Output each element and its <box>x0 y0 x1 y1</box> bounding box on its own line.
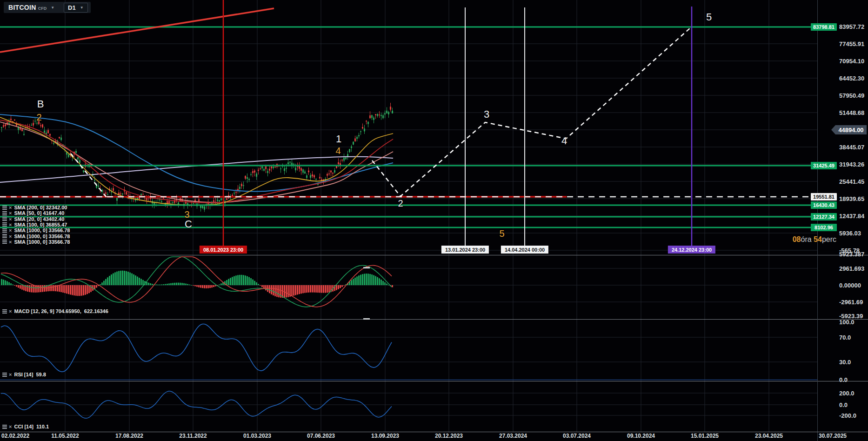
indicator-settings-icon[interactable] <box>2 222 7 227</box>
wave-label[interactable]: 3 <box>484 108 489 120</box>
indicator-legend-row: ×SMA [1000, 0] 33566.78 <box>2 227 70 233</box>
horizontal-levels[interactable] <box>0 27 817 227</box>
vline-date-label[interactable]: 24.12.2024 23:00 <box>668 246 715 254</box>
price-axis-tick[interactable]: 5936.03 <box>839 230 861 237</box>
price-axis-tick[interactable]: 70954.10 <box>839 58 864 65</box>
wave-label[interactable]: 2 <box>398 198 403 209</box>
price-axis-tick[interactable]: 83957.72 <box>839 23 864 30</box>
time-axis-tick[interactable]: 13.09.2023 <box>371 433 399 439</box>
indicator-settings-icon[interactable] <box>2 206 7 210</box>
time-axis-tick[interactable]: 09.10.2024 <box>627 433 655 439</box>
macd-axis-tick[interactable]: 0.00000 <box>839 282 861 289</box>
indicator-settings-icon[interactable] <box>2 240 7 244</box>
price-axis-tick[interactable]: 64452.30 <box>839 75 864 82</box>
chevron-down-icon: ▼ <box>51 6 54 10</box>
indicator-remove-icon[interactable]: × <box>9 240 12 244</box>
indicator-settings-icon[interactable] <box>2 217 7 221</box>
price-axis-tick[interactable]: 77455.91 <box>839 40 864 47</box>
indicator-legend-row: ×MACD [12, 26, 9] 704.65950, 622.16346 <box>2 308 108 314</box>
level-price-label[interactable]: 8102.96 <box>811 224 837 231</box>
vline-date-label[interactable]: 08.01.2023 23:00 <box>200 246 247 254</box>
price-axis-tick[interactable]: 57950.49 <box>839 92 864 99</box>
indicator-remove-icon[interactable]: × <box>9 234 12 239</box>
time-axis-tick[interactable]: 20.12.2023 <box>435 433 463 439</box>
cci-axis-tick[interactable]: -200.0 <box>839 412 856 419</box>
cci-axis-tick[interactable]: 200.0 <box>839 390 855 397</box>
indicator-remove-icon[interactable]: × <box>9 228 12 233</box>
chevron-down-icon: ▼ <box>80 6 84 10</box>
price-axis-tick[interactable]: 31943.26 <box>839 161 864 168</box>
wave-label[interactable]: 2 <box>36 112 41 123</box>
indicator-settings-icon[interactable] <box>2 211 7 215</box>
time-axis-tick[interactable]: 07.06.2023 <box>307 433 335 439</box>
macd-series <box>1 257 393 307</box>
current-price-value: 44894.00 <box>838 127 863 134</box>
indicator-legend-row: ×SMA [1000, 0] 33566.78 <box>2 239 70 245</box>
trend-line[interactable] <box>0 8 274 52</box>
indicator-remove-icon[interactable]: × <box>9 222 12 227</box>
indicator-remove-icon[interactable]: × <box>9 205 12 210</box>
timeframe-label: D1 <box>68 4 76 11</box>
rsi-axis-tick[interactable]: 70.0 <box>839 334 851 341</box>
indicator-label: SMA [50, 0] 41647.40 <box>14 210 64 216</box>
time-axis-tick[interactable]: 01.03.2023 <box>243 433 271 439</box>
price-axis-tick[interactable]: 38445.07 <box>839 144 864 151</box>
macd-axis-tick[interactable]: -2961.69 <box>839 299 863 306</box>
wave-label[interactable]: B <box>37 98 44 110</box>
wave-label[interactable]: 1 <box>336 133 341 145</box>
price-axis-tick[interactable]: 18939.65 <box>839 195 864 202</box>
indicator-remove-icon[interactable]: × <box>9 424 12 429</box>
macd-axis-tick[interactable]: 5923.387 <box>839 251 864 258</box>
indicator-remove-icon[interactable]: × <box>9 372 12 377</box>
time-axis-tick[interactable]: 03.07.2024 <box>563 433 591 439</box>
time-axis-tick[interactable]: 23.04.2025 <box>755 433 783 439</box>
level-price-label[interactable]: 16430.43 <box>811 201 837 209</box>
symbol-selector[interactable]: BITCOIN CFD ▼ <box>7 3 56 12</box>
time-axis-tick[interactable]: 17.08.2022 <box>115 433 143 439</box>
price-axis-tick[interactable]: 12437.84 <box>839 213 864 220</box>
timeframe-selector[interactable]: D1 ▼ <box>64 3 88 13</box>
wave-label[interactable]: 5 <box>499 228 504 239</box>
time-axis-tick[interactable]: 30.07.2025 <box>819 433 847 439</box>
indicator-legend-row: ×CCI [14] 110.1 <box>2 424 49 429</box>
indicator-legend-row: ×SMA [1000, 0] 33566.78 <box>2 234 70 239</box>
indicator-remove-icon[interactable]: × <box>9 309 12 314</box>
wave-label[interactable]: 4 <box>335 146 341 156</box>
indicator-settings-icon[interactable] <box>2 425 7 429</box>
wave-label[interactable]: 4 <box>561 135 567 147</box>
level-price-label[interactable]: 19551.81 <box>811 193 837 200</box>
indicator-legend-row: ×SMA [20, 0] 43402.40 <box>2 216 64 222</box>
indicator-settings-icon[interactable] <box>2 309 7 314</box>
indicator-remove-icon[interactable]: × <box>9 211 12 215</box>
elliott-wave-path[interactable] <box>372 28 690 196</box>
time-axis-tick[interactable]: 23.11.2022 <box>179 433 207 439</box>
indicator-label: MACD [12, 26, 9] 704.65950, 622.16346 <box>14 308 108 314</box>
wave-label[interactable]: C <box>185 218 192 230</box>
indicator-settings-icon[interactable] <box>2 373 7 377</box>
time-axis-tick[interactable]: 02.02.2022 <box>1 433 29 439</box>
indicator-label: SMA [100, 0] 36855.47 <box>14 222 67 227</box>
time-axis-tick[interactable]: 15.01.2025 <box>691 433 719 439</box>
rsi-axis-tick[interactable]: 30.0 <box>839 359 851 366</box>
indicator-remove-icon[interactable]: × <box>9 217 12 221</box>
indicator-settings-icon[interactable] <box>2 228 7 233</box>
level-price-label[interactable]: 12127.34 <box>811 213 837 220</box>
bar-close-countdown: 08óra 54perc <box>776 235 836 244</box>
indicator-legend-row: ×SMA [50, 0] 41647.40 <box>2 210 64 216</box>
chart-canvas[interactable] <box>0 0 868 441</box>
price-axis-tick[interactable]: 51448.68 <box>839 109 864 116</box>
rsi-axis-tick[interactable]: 100.0 <box>839 319 855 326</box>
level-price-label[interactable]: 31425.49 <box>811 162 837 169</box>
time-axis-tick[interactable]: 11.05.2022 <box>51 433 79 439</box>
time-axis-tick[interactable]: 27.03.2024 <box>499 433 527 439</box>
macd-axis-tick[interactable]: 2961.693 <box>839 265 864 272</box>
rsi-axis-tick[interactable]: 0.0 <box>839 376 848 383</box>
vline-date-label[interactable]: 14.04.2024 00:00 <box>501 246 548 254</box>
wave-label[interactable]: 5 <box>706 11 712 23</box>
vline-date-label[interactable]: 13.01.2024 23:00 <box>441 246 489 254</box>
sma-overlays <box>0 114 393 205</box>
indicator-settings-icon[interactable] <box>2 234 7 238</box>
price-axis-tick[interactable]: 25441.45 <box>839 178 864 185</box>
cci-axis-tick[interactable]: 0.0 <box>839 401 848 408</box>
level-price-label[interactable]: 83798.81 <box>811 23 837 31</box>
